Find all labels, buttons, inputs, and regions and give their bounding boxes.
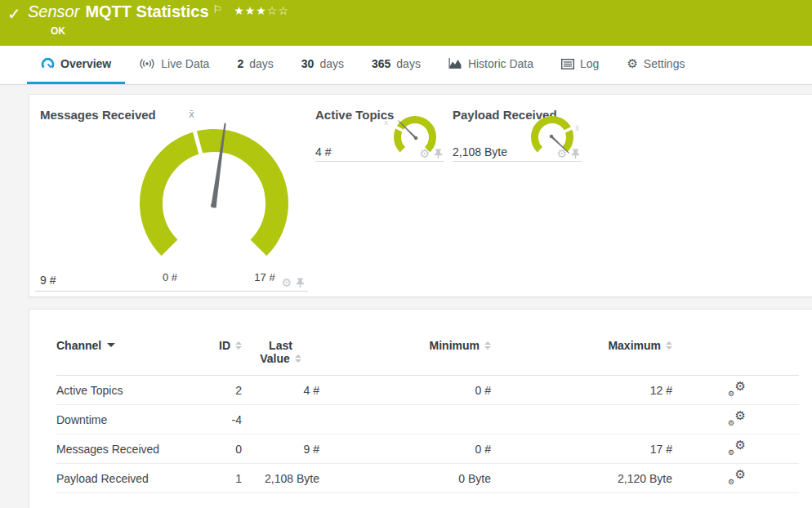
pin-icon[interactable]	[434, 149, 443, 159]
column-header-actions	[672, 339, 799, 376]
sensor-name: MQTT Statistics	[85, 2, 208, 21]
sort-icon	[666, 341, 672, 350]
tab-2-days-label: days	[249, 57, 274, 70]
gauge-arc	[398, 119, 433, 149]
gauge-current-value: 9 #	[40, 274, 56, 287]
channel-name: Messages Received	[56, 434, 193, 464]
gauge-arc	[535, 119, 570, 149]
channel-id: 1	[193, 464, 242, 493]
settings-gear-icon: ⚙	[627, 56, 637, 71]
channel-last-value: 9 #	[242, 434, 319, 464]
table-row: Downtime -4 ⚙⚙	[56, 405, 799, 434]
channel-maximum: 2,120 Byte	[491, 464, 672, 493]
gauges-card: Messages Received x̄ 0 # 17 # 9 # ⚙	[29, 94, 812, 297]
column-header-channel[interactable]: Channel	[56, 339, 193, 376]
column-label: Last	[269, 339, 292, 352]
channel-last-value: 2,108 Byte	[242, 464, 319, 493]
channel-minimum: 0 Byte	[319, 464, 491, 493]
tab-log-label: Log	[580, 57, 599, 70]
tab-live-data[interactable]: Live Data	[125, 46, 223, 84]
tab-historic-data-label: Historic Data	[468, 57, 533, 70]
channel-id: 2	[193, 376, 242, 405]
table-header-row: Channel ID Last Value Minimum	[56, 339, 799, 376]
gauge-tile-actions: ⚙	[419, 148, 443, 159]
status-badge: OK	[51, 25, 65, 37]
sort-icon	[295, 354, 301, 363]
status-header: ✓ Sensor MQTT Statistics ⚐ ★★★☆☆ OK	[0, 0, 812, 46]
column-header-minimum[interactable]: Minimum	[319, 339, 491, 376]
tab-log[interactable]: Log	[547, 46, 613, 84]
gauge-icon	[41, 57, 55, 71]
channel-last-value: 4 #	[242, 376, 319, 405]
stars-empty[interactable]: ☆☆	[267, 4, 289, 17]
tab-historic-data[interactable]: Historic Data	[435, 46, 547, 84]
log-list-icon	[561, 59, 574, 69]
page-content: Messages Received x̄ 0 # 17 # 9 # ⚙	[0, 85, 812, 508]
tab-overview[interactable]: Overview	[27, 46, 125, 84]
area-chart-icon	[448, 58, 462, 69]
channel-maximum	[491, 405, 672, 434]
tab-2-days-number: 2	[237, 57, 243, 70]
channel-maximum: 17 #	[491, 434, 672, 464]
gauge-max-label: 17 #	[254, 271, 274, 283]
channel-settings-icon[interactable]: ⚙⚙	[728, 381, 746, 396]
channel-settings-icon[interactable]: ⚙	[556, 148, 567, 159]
messages-received-gauge	[132, 118, 296, 289]
tab-live-data-label: Live Data	[161, 57, 209, 70]
ok-check-icon: ✓	[7, 4, 21, 24]
tab-365-days[interactable]: 365 days	[358, 46, 435, 84]
gauge-tile-actions: ⚙	[556, 148, 580, 159]
channel-last-value	[242, 405, 319, 434]
tab-2-days[interactable]: 2 days	[223, 46, 287, 84]
table-row: Active Topics 2 4 # 0 # 12 # ⚙⚙	[56, 376, 799, 405]
column-header-last-value[interactable]: Last Value	[242, 339, 319, 376]
tab-30-days-label: days	[319, 57, 344, 70]
channel-id: -4	[193, 405, 242, 434]
channel-maximum: 12 #	[491, 376, 672, 405]
broadcast-icon	[139, 58, 155, 69]
priority-stars[interactable]: ★★★☆☆	[234, 4, 289, 17]
tab-365-days-number: 365	[372, 57, 390, 70]
column-label: Channel	[56, 339, 101, 352]
channel-settings-icon[interactable]: ⚙⚙	[728, 411, 746, 426]
channel-settings-icon[interactable]: ⚙⚙	[728, 470, 746, 484]
flag-icon[interactable]: ⚐	[213, 3, 223, 16]
column-label: Maximum	[608, 339, 661, 352]
sort-desc-icon	[107, 343, 115, 347]
column-header-id[interactable]: ID	[193, 339, 242, 376]
channel-name: Active Topics	[56, 376, 193, 405]
channel-settings-icon[interactable]: ⚙	[281, 277, 292, 288]
page-title: Sensor MQTT Statistics ⚐ ★★★☆☆	[28, 2, 289, 21]
pin-icon[interactable]	[571, 149, 580, 159]
column-label: ID	[219, 339, 230, 352]
gauge-current-value: 4 #	[315, 145, 331, 158]
gauge-tile-payload-received: Payload Received x̄ 2,108 Byte ⚙	[453, 105, 582, 162]
tab-30-days-number: 30	[301, 57, 315, 70]
tab-overview-label: Overview	[60, 57, 111, 70]
channels-table: Channel ID Last Value Minimum	[56, 339, 799, 493]
channel-minimum: 0 #	[319, 434, 491, 464]
column-label: Minimum	[430, 339, 480, 352]
sort-icon	[484, 341, 491, 350]
column-label: Value	[260, 352, 290, 365]
channel-name: Payload Received	[56, 464, 193, 493]
table-row: Messages Received 0 9 # 0 # 17 # ⚙⚙	[56, 434, 799, 464]
channel-settings-icon[interactable]: ⚙⚙	[728, 440, 746, 455]
sensor-type-label: Sensor	[28, 2, 79, 21]
gauge-tile-actions: ⚙	[281, 277, 305, 288]
average-marker-label: x̄	[384, 118, 388, 127]
channels-table-card: Channel ID Last Value Minimum	[29, 309, 812, 508]
channel-id: 0	[193, 434, 242, 464]
tab-365-days-label: days	[396, 57, 421, 70]
channel-settings-icon[interactable]: ⚙	[419, 148, 430, 159]
column-header-maximum[interactable]: Maximum	[491, 339, 672, 376]
sensor-page: ✓ Sensor MQTT Statistics ⚐ ★★★☆☆ OK Over…	[0, 0, 812, 508]
tab-settings[interactable]: ⚙ Settings	[613, 46, 698, 84]
channel-minimum: 0 #	[319, 376, 491, 405]
stars-filled[interactable]: ★★★	[234, 4, 267, 17]
tab-settings-label: Settings	[644, 57, 685, 70]
tab-30-days[interactable]: 30 days	[288, 46, 358, 84]
gauge-title: Active Topics	[315, 108, 394, 122]
pin-icon[interactable]	[296, 278, 305, 288]
gauge-min-label: 0 #	[163, 271, 177, 283]
